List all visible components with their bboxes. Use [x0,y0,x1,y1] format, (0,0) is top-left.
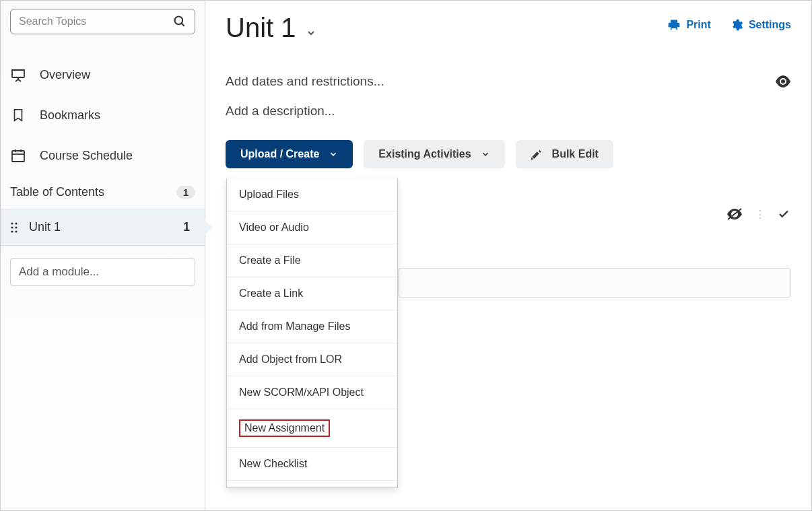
nav-label: Overview [40,68,90,82]
svg-point-0 [175,17,183,25]
svg-point-14 [15,226,17,228]
settings-label: Settings [749,19,791,31]
dropdown-item-create-file[interactable]: Create a File [227,244,397,277]
sidebar-item-unit1[interactable]: Unit 1 1 [1,209,205,246]
toc-count-badge: 1 [176,186,195,199]
add-module-input[interactable]: Add a module... [10,258,195,286]
svg-point-15 [11,230,13,232]
existing-activities-label: Existing Activities [378,148,471,160]
add-dates-link[interactable]: Add dates and restrictions... [226,74,384,89]
nav-bookmarks[interactable]: Bookmarks [1,95,205,135]
dropdown-overflow [227,481,397,487]
search-input[interactable] [19,15,173,28]
nav-course-schedule[interactable]: Course Schedule [1,135,205,176]
more-options-icon[interactable]: ⋮ [755,208,764,221]
chevron-down-icon [329,149,338,159]
add-submodule-input[interactable] [398,268,791,298]
toc-label: Table of Contents [10,185,104,199]
unit-label: Unit 1 [29,220,61,234]
dropdown-item-scorm[interactable]: New SCORM/xAPI Object [227,376,397,409]
print-label: Print [686,19,710,31]
title-dropdown-caret[interactable] [306,28,316,38]
svg-point-16 [15,230,17,232]
checkmark-icon[interactable] [776,208,791,220]
svg-rect-2 [12,70,24,77]
dropdown-item-video-audio[interactable]: Video or Audio [227,211,397,244]
add-description-link[interactable]: Add a description... [226,104,791,118]
upload-create-button[interactable]: Upload / Create [226,140,353,168]
svg-rect-7 [12,151,24,162]
add-module-placeholder: Add a module... [19,265,99,278]
dropdown-item-add-lor[interactable]: Add Object from LOR [227,343,397,376]
search-icon[interactable] [173,15,187,28]
visibility-eye-icon[interactable] [775,75,791,88]
presentation-icon [10,67,26,83]
calendar-icon [10,147,26,164]
toc-heading[interactable]: Table of Contents 1 [1,176,205,209]
svg-point-11 [11,222,13,224]
dropdown-item-upload-files[interactable]: Upload Files [227,178,397,211]
existing-activities-button[interactable]: Existing Activities [364,140,504,168]
hidden-eye-icon[interactable] [726,207,743,221]
page-title: Unit 1 [226,13,296,43]
drag-handle-icon[interactable] [10,222,18,234]
bookmark-icon [10,107,26,123]
upload-create-dropdown: Upload Files Video or Audio Create a Fil… [226,178,398,488]
nav-label: Course Schedule [40,149,133,163]
edit-icon [531,148,543,160]
svg-point-12 [15,222,17,224]
settings-button[interactable]: Settings [730,18,791,32]
dropdown-item-create-link[interactable]: Create a Link [227,277,397,310]
bulk-edit-button[interactable]: Bulk Edit [516,140,613,168]
unit-count: 1 [183,220,190,234]
svg-point-13 [11,226,13,228]
print-icon [667,18,681,32]
svg-line-5 [15,79,18,81]
print-button[interactable]: Print [667,18,710,32]
svg-line-1 [182,24,184,26]
upload-create-label: Upload / Create [240,148,319,160]
nav-overview[interactable]: Overview [1,55,205,95]
dropdown-item-new-checklist[interactable]: New Checklist [227,448,397,481]
chevron-down-icon [481,149,490,159]
dropdown-item-new-assignment[interactable]: New Assignment [227,409,397,448]
sidebar: Overview Bookmarks Course Schedule Table… [1,1,205,510]
gear-icon [730,18,743,32]
nav-label: Bookmarks [40,108,100,123]
bulk-edit-label: Bulk Edit [552,148,599,160]
svg-line-6 [18,79,21,81]
dropdown-item-add-manage-files[interactable]: Add from Manage Files [227,310,397,343]
search-box[interactable] [10,9,195,34]
